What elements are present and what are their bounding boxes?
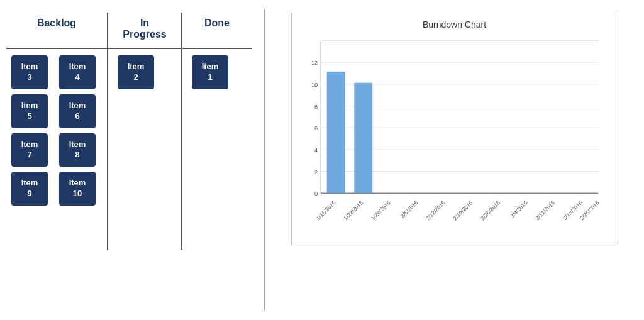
bar-2	[354, 83, 372, 193]
xlabel-4: 2/12/2016	[425, 199, 447, 221]
kanban-item-1[interactable]: Item1	[192, 55, 228, 89]
chart-title: Burndown Chart	[298, 19, 611, 30]
kanban-body: Item3 Item4 Item5 Item6 Item7 Item8 Item…	[6, 49, 252, 250]
bar-1	[326, 72, 345, 193]
xlabel-3: 2/5/2016	[399, 199, 419, 219]
xlabel-5: 2/19/2016	[452, 199, 474, 221]
kanban-board: Backlog InProgress Done Item3 Item4 Item…	[0, 0, 264, 320]
kanban-item-5[interactable]: Item5	[11, 94, 48, 128]
burndown-chart-container: Burndown Chart 0 2 4	[291, 13, 618, 245]
xlabel-7: 3/4/2016	[509, 199, 528, 219]
lane-inprogress: Item2	[107, 49, 182, 250]
lane-backlog: Item3 Item4 Item5 Item6 Item7 Item8 Item…	[6, 49, 107, 250]
chart-svg: 0 2 4 6 8 10 12	[298, 35, 611, 229]
xlabel-8: 3/11/2016	[534, 199, 556, 221]
lane-done: Item1	[182, 49, 252, 250]
svg-text:12: 12	[311, 59, 317, 66]
col-header-inprogress: InProgress	[107, 13, 182, 48]
kanban-item-8[interactable]: Item8	[59, 133, 96, 167]
svg-text:10: 10	[311, 81, 317, 88]
svg-text:2: 2	[314, 168, 317, 175]
kanban-table: Backlog InProgress Done Item3 Item4 Item…	[6, 13, 252, 250]
col-header-backlog: Backlog	[6, 13, 107, 48]
xlabel-6: 2/26/2016	[479, 199, 501, 221]
kanban-item-9[interactable]: Item9	[11, 172, 48, 206]
right-panel: Burndown Chart 0 2 4	[265, 0, 644, 320]
xlabel-2: 1/29/2016	[370, 199, 392, 221]
kanban-item-7[interactable]: Item7	[11, 133, 48, 167]
col-header-done: Done	[182, 13, 252, 48]
xlabel-1: 1/22/2016	[342, 199, 364, 221]
kanban-item-10[interactable]: Item10	[59, 172, 96, 206]
xlabel-0: 1/15/2016	[314, 199, 336, 221]
chart-area: 0 2 4 6 8 10 12	[298, 35, 611, 229]
svg-text:4: 4	[314, 146, 317, 153]
svg-text:0: 0	[314, 190, 317, 197]
kanban-item-6[interactable]: Item6	[59, 94, 96, 128]
svg-text:6: 6	[314, 124, 317, 131]
kanban-item-4[interactable]: Item4	[59, 55, 96, 89]
kanban-item-2[interactable]: Item2	[118, 55, 154, 89]
kanban-header: Backlog InProgress Done	[6, 13, 252, 49]
kanban-item-3[interactable]: Item3	[11, 55, 48, 89]
svg-text:8: 8	[314, 103, 317, 110]
